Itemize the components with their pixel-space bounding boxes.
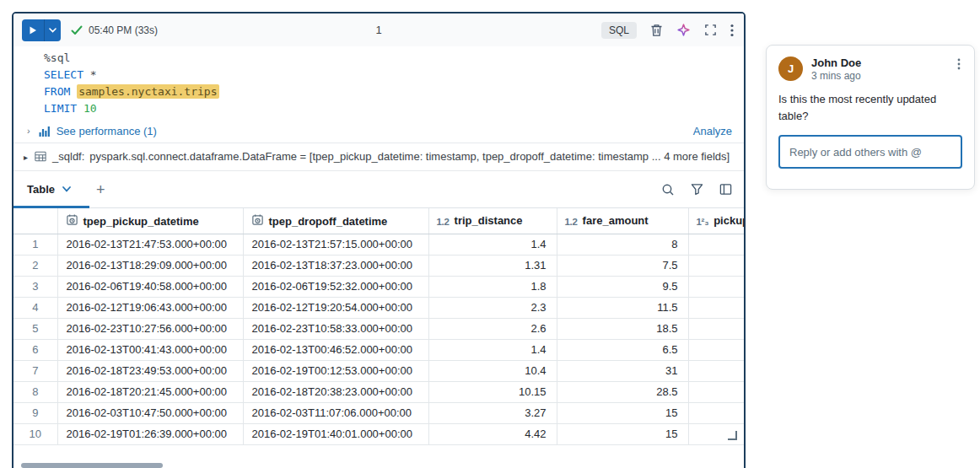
table-row: 22016-02-13T18:29:09.000+00:002016-02-13…: [13, 255, 744, 276]
language-selector-badge[interactable]: SQL: [601, 22, 637, 39]
results-toolbar: Table +: [13, 171, 744, 208]
table-cell[interactable]: 2016-02-06T19:40:58.000+00:00: [57, 276, 243, 297]
table-cell[interactable]: 1.4: [428, 339, 557, 360]
table-cell[interactable]: 2016-02-18T23:49:53.000+00:00: [57, 360, 243, 381]
results-resize-corner-handle[interactable]: [728, 431, 737, 440]
table-cell[interactable]: 2016-02-13T21:47:53.000+00:00: [57, 234, 243, 255]
sql-code-editor[interactable]: %sql SELECT * FROM samples.nyctaxi.trips…: [13, 46, 744, 119]
table-cell[interactable]: 2016-02-18T20:38:23.000+00:00: [243, 381, 428, 402]
table-cell[interactable]: 9.5: [557, 276, 688, 297]
table-cell[interactable]: 1.8: [428, 276, 557, 297]
comment-reply-input[interactable]: [778, 135, 962, 169]
table-row: 82016-02-18T20:21:45.000+00:002016-02-18…: [13, 381, 744, 402]
table-cell[interactable]: 2.6: [428, 318, 557, 339]
row-number-column-header: [13, 208, 57, 234]
table-cell[interactable]: [688, 234, 744, 255]
notebook-cell: 05:40 PM (33s) 1 SQL: [12, 12, 746, 468]
table-cell[interactable]: 2016-02-23T10:27:56.000+00:00: [57, 318, 243, 339]
expand-fullscreen-icon[interactable]: [704, 24, 717, 36]
play-icon[interactable]: [22, 19, 44, 41]
table-cell[interactable]: 18.5: [557, 318, 688, 339]
add-visualization-button[interactable]: +: [96, 182, 105, 197]
table-cell[interactable]: 6.5: [557, 339, 688, 360]
horizontal-scrollbar-thumb[interactable]: [21, 463, 163, 468]
run-button[interactable]: [22, 19, 61, 41]
table-cell[interactable]: 15: [557, 402, 688, 423]
table-cell[interactable]: 2016-02-12T19:06:43.000+00:00: [57, 297, 243, 318]
performance-expander-chevron-icon[interactable]: ›: [27, 126, 30, 136]
table-cell[interactable]: 2016-02-18T20:21:45.000+00:00: [57, 381, 243, 402]
columns-panel-icon[interactable]: [719, 183, 732, 196]
column-header-fare_amount[interactable]: 1.2fare_amount: [557, 208, 688, 234]
table-cell[interactable]: 2016-02-13T21:57:15.000+00:00: [243, 234, 428, 255]
cell-execution-count: 1: [375, 24, 381, 36]
analyze-link[interactable]: Analyze: [693, 125, 732, 137]
table-cell[interactable]: [688, 402, 744, 423]
row-number: 5: [13, 318, 57, 339]
row-number: 6: [13, 339, 57, 360]
table-cell[interactable]: [688, 339, 744, 360]
table-cell[interactable]: [688, 360, 744, 381]
column-header-pickup_zip[interactable]: 1²₃pickup_zip: [688, 208, 744, 234]
table-cell[interactable]: 2.3: [428, 297, 557, 318]
table-cell[interactable]: 2016-02-19T01:40:01.000+00:00: [243, 423, 428, 444]
table-row: 52016-02-23T10:27:56.000+00:002016-02-23…: [13, 318, 744, 339]
table-cell[interactable]: 2016-02-12T19:20:54.000+00:00: [243, 297, 428, 318]
table-cell[interactable]: 1.31: [428, 255, 557, 276]
table-cell[interactable]: 2016-02-06T19:52:32.000+00:00: [243, 276, 428, 297]
run-options-chevron-down-icon[interactable]: [44, 19, 61, 41]
table-cell[interactable]: 10.4: [428, 360, 557, 381]
table-cell[interactable]: 2016-02-13T00:41:43.000+00:00: [57, 339, 243, 360]
table-cell[interactable]: 8: [557, 234, 688, 255]
table-cell[interactable]: 10.15: [428, 381, 557, 402]
table-row: 42016-02-12T19:06:43.000+00:002016-02-12…: [13, 297, 744, 318]
float-type-icon: 1.2: [437, 217, 450, 227]
tab-table-view[interactable]: Table: [27, 183, 71, 196]
table-cell[interactable]: 1.4: [428, 234, 557, 255]
sql-number-literal: 10: [83, 102, 97, 115]
code-line: LIMIT 10: [44, 100, 735, 117]
results-table: tpep_pickup_datetime tpep_dropoff_dateti…: [13, 208, 744, 445]
table-cell[interactable]: 2016-02-19T00:12:53.000+00:00: [243, 360, 428, 381]
table-cell[interactable]: 28.5: [557, 381, 688, 402]
see-performance-link[interactable]: See performance (1): [57, 125, 157, 137]
table-cell[interactable]: 31: [557, 360, 688, 381]
search-icon[interactable]: [661, 183, 675, 196]
column-header-tpep_dropoff_datetime[interactable]: tpep_dropoff_datetime: [243, 208, 428, 234]
assistant-sparkle-icon[interactable]: [676, 23, 691, 37]
table-cell[interactable]: [688, 318, 744, 339]
table-cell[interactable]: 7.5: [557, 255, 688, 276]
table-cell[interactable]: [688, 381, 744, 402]
column-header-trip_distance[interactable]: 1.2trip_distance: [428, 208, 557, 234]
cell-kebab-menu-icon[interactable]: [730, 24, 734, 37]
highlighted-table-reference: samples.nyctaxi.trips: [77, 84, 218, 99]
table-cell[interactable]: 11.5: [557, 297, 688, 318]
table-cell[interactable]: 2016-02-13T18:37:23.000+00:00: [243, 255, 428, 276]
table-cell[interactable]: 2016-02-03T10:47:50.000+00:00: [57, 402, 243, 423]
table-cell[interactable]: 15: [557, 423, 688, 444]
table-row: 92016-02-03T10:47:50.000+00:002016-02-03…: [13, 402, 744, 423]
table-cell[interactable]: [688, 297, 744, 318]
table-cell[interactable]: 2016-02-23T10:58:33.000+00:00: [243, 318, 428, 339]
comment-body-text: Is this the most recently updated table?: [778, 91, 962, 125]
row-number: 9: [13, 402, 57, 423]
table-row: 32016-02-06T19:40:58.000+00:002016-02-06…: [13, 276, 744, 297]
float-type-icon: 1.2: [565, 217, 578, 227]
sql-keyword: LIMIT: [44, 102, 77, 115]
table-cell[interactable]: 2016-02-13T00:46:52.000+00:00: [243, 339, 428, 360]
output-expander-arrow-icon[interactable]: ▸: [24, 153, 28, 162]
table-cell[interactable]: [688, 255, 744, 276]
table-cell[interactable]: 2016-02-13T18:29:09.000+00:00: [57, 255, 243, 276]
row-number: 2: [13, 255, 57, 276]
table-cell[interactable]: [688, 276, 744, 297]
comment-kebab-menu-icon[interactable]: [956, 56, 962, 72]
success-check-icon: [71, 25, 83, 35]
column-header-tpep_pickup_datetime[interactable]: tpep_pickup_datetime: [57, 208, 243, 234]
table-cell[interactable]: 3.27: [428, 402, 557, 423]
delete-cell-trash-icon[interactable]: [650, 24, 663, 37]
table-cell[interactable]: 2016-02-19T01:26:39.000+00:00: [57, 423, 243, 444]
row-number: 4: [13, 297, 57, 318]
filter-icon[interactable]: [691, 183, 703, 196]
table-cell[interactable]: 2016-02-03T11:07:06.000+00:00: [243, 402, 428, 423]
table-cell[interactable]: 4.42: [428, 423, 557, 444]
